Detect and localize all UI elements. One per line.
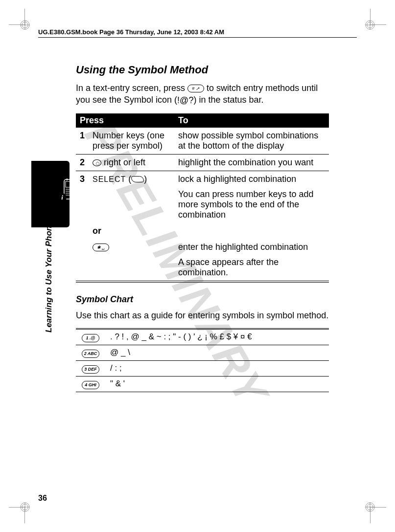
symbol-chart-table: 1 .@ . ? ! , @ _ & ~ : ; " - ( ) ' ¿ ¡ %…: [76, 328, 329, 392]
table-row: 2 right or left highlight the combinatio…: [76, 154, 329, 171]
table-row: 4 GHI " & ': [76, 376, 329, 392]
section-title: Using the Symbol Method: [76, 64, 329, 76]
press-text: right or left: [101, 157, 145, 167]
page-number: 36: [38, 494, 47, 503]
right-softkey-icon: [131, 176, 144, 182]
table-row: 3 DEF / : ;: [76, 360, 329, 376]
press-cell: right or left: [89, 154, 174, 171]
svg-rect-17: [66, 181, 71, 187]
subsection-intro: Use this chart as a guide for entering s…: [76, 310, 329, 321]
step-number: 1: [76, 128, 89, 155]
step-number: 2: [76, 154, 89, 171]
to-text: enter the highlighted combination: [178, 242, 325, 252]
step-number: 3: [76, 171, 89, 223]
table-row: 1 .@ . ? ! , @ _ & ~ : ; " - ( ) ' ¿ ¡ %…: [76, 329, 329, 345]
symbol-cell: / : ;: [105, 360, 329, 376]
to-cell: highlight the combination you want: [174, 154, 329, 171]
intro-paragraph: In a text-entry screen, press # ➚ to swi…: [76, 82, 329, 107]
key-2-icon: 2 ABC: [82, 350, 99, 358]
table-row: 2 ABC @ _ \: [76, 345, 329, 360]
subsection-title: Symbol Chart: [76, 294, 329, 305]
to-text: You can press number keys to add more sy…: [178, 189, 325, 220]
registration-mark-icon: [365, 20, 375, 30]
table-row: ✱ ␣ enter the highlighted combination A …: [76, 239, 329, 281]
registration-mark-icon: [20, 502, 30, 512]
table-end-rule: [76, 281, 329, 283]
to-cell: lock a highlighted combination You can p…: [174, 171, 329, 223]
registration-mark-icon: [20, 20, 30, 30]
key-1-icon: 1 .@: [82, 334, 99, 342]
select-softkey-label: SELECT: [93, 175, 126, 183]
hash-key-icon: # ➚: [187, 85, 204, 92]
press-cell: Number keys (one press per symbol): [89, 128, 174, 155]
info-badge-icon: i: [58, 193, 67, 202]
press-cell: SELECT (): [89, 171, 174, 223]
nav-key-icon: [93, 159, 101, 166]
registration-mark-icon: [365, 502, 375, 512]
running-head: UG.E380.GSM.book Page 36 Thursday, June …: [38, 28, 357, 38]
symbol-mode-icon: !@?: [177, 94, 193, 106]
press-cell: ✱ ␣: [89, 239, 174, 281]
key-4-icon: 4 GHI: [82, 381, 99, 389]
instruction-table: Press To 1 Number keys (one press per sy…: [76, 113, 329, 281]
intro-text: ) in the status bar.: [193, 95, 263, 105]
or-label: or: [89, 223, 174, 239]
star-key-icon: ✱ ␣: [93, 244, 109, 251]
intro-text: In a text-entry screen, press: [76, 83, 187, 93]
to-text: A space appears after the combination.: [178, 257, 325, 278]
section-name-sidebar: Learning to Use Your Phone: [44, 221, 54, 332]
table-header-press: Press: [76, 113, 174, 128]
symbol-cell: @ _ \: [105, 345, 329, 360]
table-row: or: [76, 223, 329, 239]
to-cell: enter the highlighted combination A spac…: [174, 239, 329, 281]
table-header-to: To: [174, 113, 329, 128]
key-3-icon: 3 DEF: [82, 365, 99, 374]
to-text: lock a highlighted combination: [178, 174, 325, 184]
symbol-cell: " & ': [105, 376, 329, 392]
table-row: 3 SELECT () lock a highlighted combinati…: [76, 171, 329, 223]
to-cell: show possible symbol combinations at the…: [174, 128, 329, 155]
table-row: 1 Number keys (one press per symbol) sho…: [76, 128, 329, 155]
symbol-cell: . ? ! , @ _ & ~ : ; " - ( ) ' ¿ ¡ % £ $ …: [105, 329, 329, 345]
